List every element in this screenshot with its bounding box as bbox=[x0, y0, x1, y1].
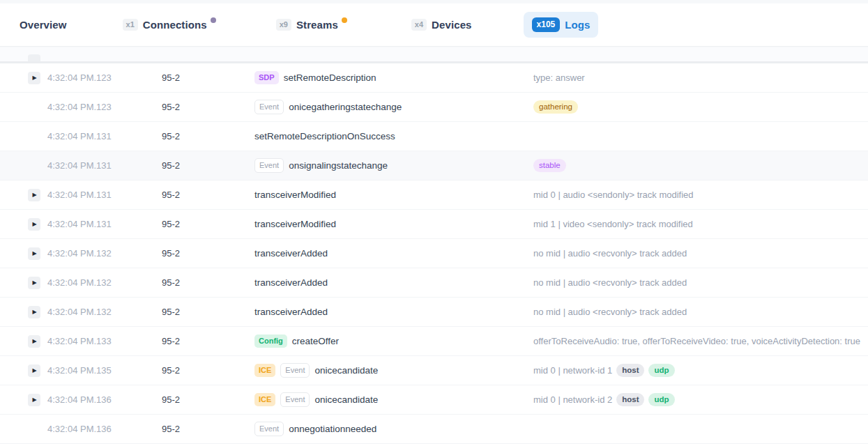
expand-row-button[interactable]: ▶ bbox=[28, 72, 40, 84]
detail-cell: mid 1 | video <sendonly> track modified bbox=[533, 219, 868, 229]
log-row[interactable]: 4:32:04 PM.123 95-2 Eventonicegatherings… bbox=[0, 93, 868, 122]
connection-id: 95-2 bbox=[162, 307, 254, 317]
event-cell: ICEEventonicecandidate bbox=[254, 392, 533, 407]
event-name: transceiverModified bbox=[254, 190, 336, 200]
tab-devices[interactable]: x4 Devices bbox=[411, 19, 472, 31]
tab-overview[interactable]: Overview bbox=[20, 19, 67, 31]
log-timestamp: 4:32:04 PM.131 bbox=[47, 131, 162, 141]
log-row[interactable]: ▶ 4:32:04 PM.133 95-2 ConfigcreateOffer … bbox=[0, 327, 868, 356]
tab-logs[interactable]: x105 Logs bbox=[524, 12, 599, 37]
event-cell: transceiverModified bbox=[254, 219, 533, 229]
event-name: transceiverAdded bbox=[254, 248, 328, 259]
play-icon: ▶ bbox=[32, 75, 36, 81]
tab-count-badge: x4 bbox=[411, 19, 427, 31]
log-row[interactable]: ▶ 4:32:04 PM.132 95-2 transceiverAdded n… bbox=[0, 298, 868, 327]
expand-row-button[interactable] bbox=[28, 54, 40, 63]
connection-id: 95-2 bbox=[162, 394, 254, 405]
log-row[interactable]: ▶ 4:32:04 PM.132 95-2 transceiverAdded n… bbox=[0, 239, 868, 268]
expand-row-button[interactable]: ▶ bbox=[28, 277, 40, 289]
expand-cell: ▶ bbox=[28, 189, 47, 201]
expand-row-button[interactable]: ▶ bbox=[28, 335, 40, 348]
connection-id: 95-2 bbox=[162, 72, 254, 83]
detail-badge-udp: udp bbox=[648, 364, 674, 378]
event-type-badge-event: Event bbox=[254, 422, 284, 436]
tab-connections[interactable]: x1 Connections bbox=[123, 19, 216, 31]
play-icon: ▶ bbox=[32, 222, 36, 227]
event-type-badge-sdp: SDP bbox=[254, 71, 279, 84]
log-timestamp: 4:32:04 PM.123 bbox=[47, 102, 162, 112]
detail-text: mid 0 | network-id 1 bbox=[533, 365, 612, 376]
tab-bar: Overview x1 Connections x9 Streams x4 De… bbox=[0, 3, 868, 47]
tab-label: Logs bbox=[565, 19, 590, 31]
expand-row-button[interactable]: ▶ bbox=[28, 189, 40, 201]
detail-cell: type: answer bbox=[533, 72, 868, 83]
play-icon: ▶ bbox=[32, 368, 36, 374]
tab-label: Overview bbox=[20, 19, 67, 31]
event-type-badge-event: Event bbox=[254, 158, 284, 173]
detail-cell: no mid | audio <recvonly> track added bbox=[533, 307, 868, 317]
connection-id: 95-2 bbox=[162, 190, 254, 200]
expand-row-button[interactable]: ▶ bbox=[28, 247, 40, 260]
detail-text: mid 0 | audio <sendonly> track modified bbox=[533, 190, 694, 200]
log-timestamp: 4:32:04 PM.131 bbox=[47, 160, 162, 171]
event-cell: ICEEventonicecandidate bbox=[254, 363, 533, 378]
log-timestamp: 4:32:04 PM.123 bbox=[47, 72, 162, 83]
tab-status-dot-icon bbox=[342, 17, 347, 23]
event-cell: SDPsetRemoteDescription bbox=[254, 71, 533, 84]
log-rows-container: ▶ 4:32:04 PM.123 95-2 SDPsetRemoteDescri… bbox=[0, 63, 868, 444]
event-name: onsignalingstatechange bbox=[289, 160, 388, 171]
event-name: createOffer bbox=[292, 336, 339, 346]
log-row[interactable]: ▶ 4:32:04 PM.131 95-2 transceiverModifie… bbox=[0, 210, 868, 239]
log-row[interactable]: ▶ 4:32:04 PM.132 95-2 transceiverAdded n… bbox=[0, 268, 868, 298]
expand-cell: ▶ bbox=[28, 277, 47, 289]
tab-streams[interactable]: x9 Streams bbox=[276, 19, 347, 31]
tab-label: Connections bbox=[143, 19, 207, 31]
detail-cell: stable bbox=[533, 159, 868, 173]
log-timestamp: 4:32:04 PM.133 bbox=[47, 336, 162, 346]
log-timestamp: 4:32:04 PM.132 bbox=[47, 307, 162, 317]
event-type-badge-config: Config bbox=[254, 334, 287, 348]
detail-cell: no mid | audio <recvonly> track added bbox=[533, 248, 868, 259]
detail-text: no mid | audio <recvonly> track added bbox=[533, 248, 687, 259]
log-timestamp: 4:32:04 PM.136 bbox=[47, 424, 162, 434]
detail-cell: mid 0 | audio <sendonly> track modified bbox=[533, 190, 868, 200]
log-table: ▶ 4:32:04 PM.123 95-2 SDPsetRemoteDescri… bbox=[0, 47, 868, 446]
event-cell: ConfigcreateOffer bbox=[254, 334, 533, 348]
event-type-badge-ice: ICE bbox=[254, 364, 275, 377]
event-name: transceiverAdded bbox=[254, 277, 328, 288]
event-name: transceiverAdded bbox=[254, 307, 328, 317]
event-type-badge-ice: ICE bbox=[254, 393, 275, 406]
detail-badge-gathering: gathering bbox=[533, 100, 578, 114]
log-timestamp: 4:32:04 PM.135 bbox=[47, 365, 162, 376]
tab-label: Streams bbox=[296, 19, 338, 31]
partial-log-row[interactable] bbox=[0, 47, 868, 63]
connection-id: 95-2 bbox=[162, 248, 254, 259]
detail-cell: no mid | audio <recvonly> track added bbox=[533, 277, 868, 288]
expand-row-button[interactable]: ▶ bbox=[28, 394, 40, 406]
detail-badge-host: host bbox=[616, 393, 644, 407]
detail-cell: mid 0 | network-id 2 hostudp bbox=[533, 393, 868, 407]
expand-row-button[interactable]: ▶ bbox=[28, 306, 40, 318]
expand-row-button[interactable]: ▶ bbox=[28, 364, 40, 377]
log-row[interactable]: ▶ 4:32:04 PM.123 95-2 SDPsetRemoteDescri… bbox=[0, 63, 868, 93]
expand-row-button[interactable]: ▶ bbox=[28, 218, 40, 231]
connection-id: 95-2 bbox=[162, 102, 254, 112]
log-row[interactable]: ▶ 4:32:04 PM.136 95-2 ICEEventonicecandi… bbox=[0, 385, 868, 415]
detail-text: no mid | audio <recvonly> track added bbox=[533, 307, 687, 317]
log-row[interactable]: 4:32:04 PM.131 95-2 Eventonsignalingstat… bbox=[0, 151, 868, 180]
expand-cell: ▶ bbox=[28, 247, 47, 260]
log-timestamp: 4:32:04 PM.131 bbox=[47, 190, 162, 200]
connection-id: 95-2 bbox=[162, 131, 254, 141]
log-timestamp: 4:32:04 PM.132 bbox=[47, 248, 162, 259]
log-row[interactable]: 4:32:04 PM.136 95-2 Eventonnegotiationne… bbox=[0, 415, 868, 444]
log-row[interactable]: ▶ 4:32:04 PM.135 95-2 ICEEventonicecandi… bbox=[0, 356, 868, 385]
expand-cell: ▶ bbox=[28, 364, 47, 377]
expand-cell: ▶ bbox=[28, 335, 47, 348]
event-cell: Eventonsignalingstatechange bbox=[254, 158, 533, 173]
log-row[interactable]: 4:32:04 PM.131 95-2 setRemoteDescription… bbox=[0, 122, 868, 151]
log-row[interactable]: ▶ 4:32:04 PM.131 95-2 transceiverModifie… bbox=[0, 180, 868, 210]
log-timestamp: 4:32:04 PM.136 bbox=[47, 394, 162, 405]
detail-badge-stable: stable bbox=[533, 159, 566, 173]
connection-id: 95-2 bbox=[162, 219, 254, 229]
detail-cell: offerToReceiveAudio: true, offerToReceiv… bbox=[533, 336, 868, 346]
